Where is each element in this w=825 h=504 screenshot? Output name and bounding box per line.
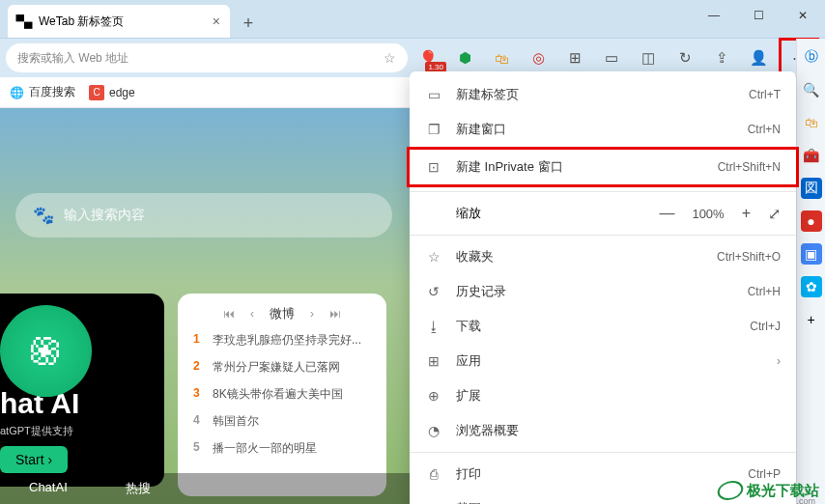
star-icon: ☆ (425, 248, 442, 266)
target-icon[interactable]: ◎ (522, 42, 555, 74)
bookmark-item[interactable]: C edge (89, 85, 135, 100)
bookmark-label: edge (109, 86, 135, 99)
chatai-start-button[interactable]: Start › (0, 446, 68, 473)
forward-icon[interactable]: › (310, 307, 314, 321)
search-icon[interactable]: 🔍 (801, 79, 822, 100)
menu-history[interactable]: ↺ 历史记录 Ctrl+H (410, 274, 796, 309)
paw-icon: 🐾 (33, 205, 54, 226)
openai-logo-icon: ֍ (0, 305, 92, 397)
watermark-logo-icon (715, 481, 745, 500)
search-placeholder: 输入搜索内容 (64, 207, 145, 224)
blank-icon (425, 205, 442, 222)
edge-icon: C (89, 85, 104, 100)
weibo-list: 1李玟患乳腺癌仍坚持录完好... 2常州分尸案嫌疑人已落网 38K镜头带你看遍大… (193, 332, 371, 457)
list-item[interactable]: 2常州分尸案嫌疑人已落网 (193, 359, 371, 376)
app-icon[interactable]: 図 (801, 178, 822, 199)
list-item[interactable]: 4韩国首尔 (193, 413, 371, 430)
balloon-icon[interactable]: 🎈1.30 (412, 42, 444, 74)
chatai-title: hat AI (0, 387, 155, 420)
tab-title: WeTab 新标签页 (39, 14, 124, 30)
menu-new-window[interactable]: ❐ 新建窗口 Ctrl+N (410, 112, 796, 147)
zoom-value: 100% (692, 207, 724, 221)
chevron-right-icon: › (777, 354, 781, 368)
weibo-title: 微博 (270, 305, 295, 322)
edge-sidebar: ⓑ 🔍 🛍 🧰 図 ● ▣ ✿ + (796, 39, 825, 504)
history-icon[interactable]: ↻ (669, 42, 701, 74)
menu-essentials[interactable]: ◔ 浏览器概要 (410, 413, 796, 448)
address-bar[interactable]: 搜索或输入 Web 地址 ☆ (6, 43, 408, 72)
print-icon: ⎙ (425, 465, 442, 483)
menu-new-inprivate[interactable]: ⊡ 新建 InPrivate 窗口 Ctrl+Shift+N (410, 150, 796, 184)
tab-favicon: ▀▄ (17, 14, 31, 28)
tools-icon[interactable]: 🧰 (801, 145, 822, 166)
split-icon[interactable]: ◫ (632, 42, 665, 74)
apps-icon: ⊞ (425, 352, 442, 370)
list-item[interactable]: 38K镜头带你看遍大美中国 (193, 386, 371, 403)
fullscreen-icon[interactable]: ⤢ (768, 205, 781, 223)
menu-separator (410, 235, 796, 236)
list-item[interactable]: 5播一部火一部的明星 (193, 440, 371, 457)
menu-separator (410, 191, 796, 192)
extensions-icon[interactable]: ⊞ (558, 42, 591, 74)
bookmark-item[interactable]: 🌐 百度搜索 (10, 84, 75, 100)
menu-extensions[interactable]: ⊕ 扩展 (410, 378, 796, 413)
puzzle-icon: ⊕ (425, 387, 442, 405)
prev-icon[interactable]: ⏮ (223, 307, 235, 321)
app-icon[interactable]: ✿ (801, 276, 822, 297)
profile-icon[interactable]: 👤 (742, 42, 775, 74)
minimize-button[interactable]: — (692, 0, 736, 31)
address-placeholder: 搜索或输入 Web 地址 (17, 50, 128, 67)
app-icon[interactable]: ● (801, 210, 822, 232)
add-icon[interactable]: + (801, 309, 822, 330)
nav-hotsearch[interactable]: 热搜 (97, 473, 180, 504)
collections-icon[interactable]: ▭ (595, 42, 628, 74)
inprivate-icon: ⊡ (425, 158, 442, 176)
gauge-icon: ◔ (425, 422, 442, 439)
list-item[interactable]: 1李玟患乳腺癌仍坚持录完好... (193, 332, 371, 349)
menu-apps[interactable]: ⊞ 应用 › (410, 344, 796, 378)
share-icon[interactable]: ⇪ (705, 42, 738, 74)
chatai-subtitle: atGPT提供支持 (0, 424, 155, 438)
window-controls: — ☐ ✕ (692, 0, 825, 31)
menu-zoom: 缩放 — 100% + ⤢ (410, 196, 796, 231)
search-box[interactable]: 🐾 输入搜索内容 (15, 193, 392, 238)
menu-favorites[interactable]: ☆ 收藏夹 Ctrl+Shift+O (410, 239, 796, 274)
maximize-button[interactable]: ☐ (736, 0, 781, 31)
zoom-out-button[interactable]: — (659, 205, 674, 222)
window-icon: ❐ (425, 121, 442, 138)
menu-new-tab[interactable]: ▭ 新建标签页 Ctrl+T (410, 77, 796, 112)
browser-tab[interactable]: ▀▄ WeTab 新标签页 × (8, 5, 230, 38)
cart-icon[interactable]: 🛍 (485, 42, 518, 74)
weibo-header: ⏮ ‹ 微博 › ⏭ (193, 305, 371, 322)
chatai-card[interactable]: ֍ hat AI atGPT提供支持 Start › (0, 294, 164, 487)
back-icon[interactable]: ‹ (250, 307, 254, 321)
nav-chatai[interactable]: ChatAI (0, 473, 97, 504)
highlight-inprivate: ⊡ 新建 InPrivate 窗口 Ctrl+Shift+N (407, 147, 799, 187)
scissors-icon: ⟁ (425, 500, 442, 504)
bing-icon[interactable]: ⓑ (801, 46, 822, 68)
app-icon[interactable]: ▣ (801, 243, 822, 265)
watermark: 极光下载站 (718, 481, 819, 500)
watermark-text: 极光下载站 (747, 482, 819, 500)
weibo-card: ⏮ ‹ 微博 › ⏭ 1李玟患乳腺癌仍坚持录完好... 2常州分尸案嫌疑人已落网… (178, 294, 386, 496)
new-tab-button[interactable]: + (234, 9, 263, 38)
history-icon: ↺ (425, 283, 442, 300)
zoom-in-button[interactable]: + (742, 205, 751, 222)
download-icon: ⭳ (425, 318, 442, 335)
tab-icon: ▭ (425, 86, 442, 103)
bookmark-label: 百度搜索 (29, 84, 75, 100)
favorite-star-icon[interactable]: ☆ (384, 50, 396, 66)
shop-icon[interactable]: 🛍 (801, 112, 822, 133)
menu-separator (410, 452, 796, 453)
menu-downloads[interactable]: ⭳ 下载 Ctrl+J (410, 309, 796, 344)
shield-icon[interactable]: ⬢ (448, 42, 481, 74)
next-icon[interactable]: ⏭ (329, 307, 341, 321)
close-icon[interactable]: × (213, 14, 220, 29)
close-window-button[interactable]: ✕ (781, 0, 825, 31)
settings-menu: ▭ 新建标签页 Ctrl+T ❐ 新建窗口 Ctrl+N ⊡ 新建 InPriv… (410, 71, 796, 504)
globe-icon: 🌐 (10, 86, 24, 99)
